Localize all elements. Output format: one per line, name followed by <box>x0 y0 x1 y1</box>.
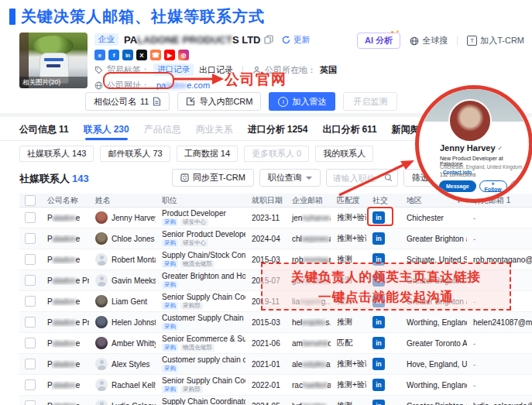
contact-name: Helen Johnstone <box>112 318 156 327</box>
instagram-icon[interactable]: ◎ <box>178 50 189 60</box>
tab-2[interactable]: 联系人230 <box>84 118 129 140</box>
related-images-label[interactable]: 相关图片(20) <box>19 77 88 88</box>
company-name-text: Paladone <box>47 402 80 405</box>
tab-3[interactable]: 产品信息 <box>144 118 181 140</box>
social-cell: in <box>366 211 400 224</box>
position-search-input[interactable] <box>331 173 384 184</box>
position-tags: 采购物流仓储部 <box>162 344 215 352</box>
linkedin-icon[interactable]: in <box>372 232 385 245</box>
row-checkbox[interactable] <box>25 296 36 307</box>
company-photo[interactable]: 相关图片(20) <box>19 33 88 88</box>
ai-analysis-button[interactable]: AI 分析 <box>357 33 400 49</box>
position-query-dropdown[interactable]: 职位查询 <box>259 169 321 187</box>
join-tcrm-button[interactable]: T 加入T-CRM <box>467 35 524 46</box>
select-all-checkbox[interactable] <box>25 195 36 206</box>
search-icon[interactable] <box>384 173 393 182</box>
column-label: 地区 <box>407 195 422 206</box>
company-name-text: Paladone Produc... <box>47 318 89 327</box>
table-row[interactable]: PaladoneChloe JonesSenior Product Develo… <box>19 228 532 249</box>
row-checkbox[interactable] <box>25 212 36 223</box>
phone-icon[interactable]: ☎ <box>150 50 161 60</box>
row-checkbox[interactable] <box>25 254 36 265</box>
copy-icon[interactable] <box>264 35 273 44</box>
hire-date-cell: 2023-11 <box>245 214 286 222</box>
join-radar-button[interactable]: i 加入雷达 <box>269 92 335 111</box>
contact-name-cell: Gavin Meeks <box>89 274 156 287</box>
table-row[interactable]: PaladoneAlex StylesCustomer supply chain… <box>19 354 532 375</box>
company-name-cell: Paladone Produc... <box>41 318 89 327</box>
chip-4: 更多联系人 0 <box>244 146 309 162</box>
table-row[interactable]: Paladone Produc...Helen JohnstoneCustome… <box>19 312 532 333</box>
import-records-tag[interactable]: 进口记录 <box>153 63 194 76</box>
column-label: 姓名 <box>95 195 111 206</box>
tab-label: 出口分析 <box>322 123 359 136</box>
position-tag: 研发中心 <box>180 218 208 226</box>
column-label: 匹配度 <box>337 195 360 206</box>
position-search-box <box>326 169 398 187</box>
x-twitter-icon[interactable]: X <box>136 50 147 60</box>
linkedin-icon[interactable]: in <box>372 400 385 405</box>
company-name: PALADONE PRODUCTS LTD <box>124 34 260 46</box>
tab-1[interactable]: 公司信息11 <box>19 118 69 140</box>
import-crm-button[interactable]: 导入内部CRM <box>177 92 261 111</box>
similar-company-button[interactable]: 相似公司名 11 <box>85 92 170 111</box>
social-icons-row: efinX☎▶◎ <box>94 48 337 62</box>
company-email-cell: chloejonesal... <box>286 235 331 243</box>
chip-5[interactable]: 我的联系人 <box>315 146 373 162</box>
avatar <box>95 316 108 328</box>
email-text: chloejonesal... <box>292 235 331 243</box>
chip-2[interactable]: 邮件联系人 73 <box>100 146 170 162</box>
follow-button[interactable]: + Follow <box>479 180 507 192</box>
column-header-3: 职位 <box>156 195 245 206</box>
linkedin-icon[interactable]: in <box>372 211 385 224</box>
web-icon[interactable]: e <box>94 50 105 60</box>
table-row[interactable]: PaladoneAmber WhittySenior Ecommerce & S… <box>19 333 532 354</box>
chip-3[interactable]: 工商数据 14 <box>177 146 238 162</box>
position-title: Senior Product Developer <box>162 230 245 239</box>
avatar <box>95 379 108 391</box>
start-monitor-button[interactable]: 开启监测 <box>343 92 397 111</box>
document-icon <box>153 97 161 106</box>
tab-4[interactable]: 商业关系 <box>196 118 233 140</box>
table-row[interactable]: PaladoneRachael KellySenior Supply Chain… <box>19 375 532 396</box>
position-tag: 采购部 <box>180 302 203 310</box>
row-checkbox[interactable] <box>25 359 36 369</box>
region-cell: Chichester <box>400 214 467 222</box>
facebook-icon[interactable]: f <box>108 50 119 60</box>
match-level-cell: 匹配 <box>331 338 366 348</box>
extra-email-cell: helen241087@msn... <box>467 318 532 327</box>
tab-count: 1254 <box>287 124 308 135</box>
avatar <box>95 358 108 370</box>
company-email-cell: amberwhito... <box>286 339 331 348</box>
global-search-button[interactable]: 全球搜 <box>410 35 448 46</box>
row-checkbox[interactable] <box>25 379 36 390</box>
sync-tcrm-button[interactable]: 同步至T-CRM <box>172 169 254 187</box>
avatar <box>95 253 108 266</box>
youtube-icon[interactable]: ▶ <box>164 50 175 60</box>
linkedin-icon[interactable]: in <box>372 337 385 349</box>
company-name-text: Paladone <box>47 214 80 222</box>
row-checkbox[interactable] <box>25 317 36 328</box>
company-website-link[interactable]: paladone.com <box>153 81 213 90</box>
row-checkbox[interactable] <box>25 275 36 286</box>
row-checkbox[interactable] <box>25 233 36 244</box>
select-all-cell <box>19 195 41 206</box>
table-row[interactable]: PaladoneLydia ColasurdoSupply Chain Coor… <box>19 396 532 405</box>
tab-6[interactable]: 出口分析611 <box>322 118 376 140</box>
row-checkbox[interactable] <box>25 400 36 405</box>
chip-1[interactable]: 社媒联系人 143 <box>19 146 94 162</box>
column-header-4: 就职日期 <box>245 195 286 206</box>
company-name-cell: Paladone <box>41 360 89 369</box>
linkedin-icon[interactable]: in <box>372 379 385 391</box>
refresh-update[interactable]: 更新 <box>282 34 310 46</box>
linkedin-icon[interactable]: in <box>372 358 385 370</box>
linkedin-note-line1: 关键负责人的领英主页直达链接 <box>291 266 481 287</box>
message-button[interactable]: Message <box>439 180 476 192</box>
position-title: Customer supply chain coordinator <box>162 355 245 364</box>
tab-5[interactable]: 进口分析1254 <box>248 118 308 140</box>
row-checkbox[interactable] <box>25 338 36 348</box>
position-cell: Senior Product Developer采购研发中心 <box>156 230 245 247</box>
linkedin-icon[interactable]: in <box>372 316 385 328</box>
linkedin-icon[interactable]: in <box>122 50 133 60</box>
table-row[interactable]: PaladoneJenny HarveyProduct Developer采购研… <box>19 208 532 228</box>
